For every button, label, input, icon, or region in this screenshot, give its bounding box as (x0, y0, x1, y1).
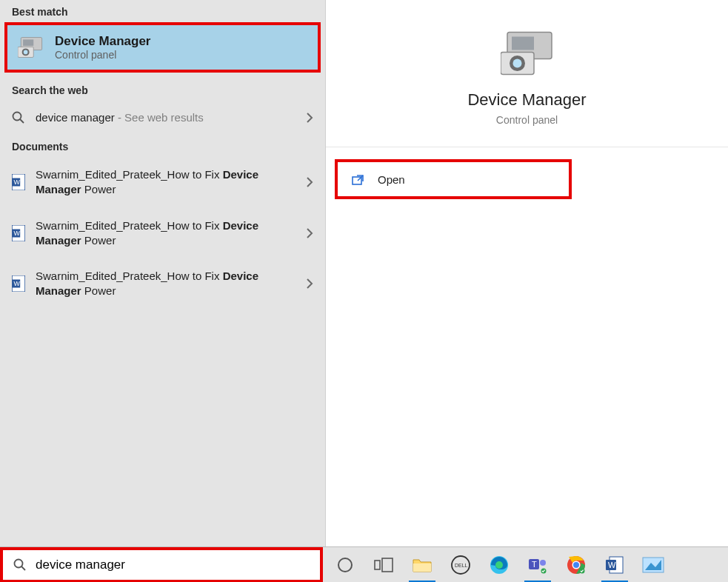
document-title: Swarnim_Edited_Prateek_How to Fix Device… (36, 218, 295, 249)
chevron-right-icon (306, 278, 313, 290)
snipping-tool-icon[interactable] (635, 547, 671, 583)
best-match-title: Device Manager (55, 34, 150, 49)
svg-point-19 (495, 561, 503, 569)
chevron-right-icon (306, 227, 313, 239)
document-title: Swarnim_Edited_Prateek_How to Fix Device… (36, 167, 295, 198)
preview-title: Device Manager (467, 90, 586, 110)
search-icon (12, 111, 25, 124)
chevron-right-icon (306, 176, 313, 188)
document-result[interactable]: Swarnim_Edited_Prateek_How to Fix Device… (0, 157, 325, 208)
chrome-icon[interactable] (558, 547, 594, 583)
open-action[interactable]: Open (335, 159, 572, 199)
word-document-icon (12, 225, 25, 241)
open-external-icon (351, 173, 364, 186)
preview-subtitle: Control panel (496, 114, 558, 126)
svg-point-22 (540, 560, 546, 566)
device-manager-icon (18, 36, 43, 58)
best-match-subtitle: Control panel (55, 49, 150, 61)
svg-point-26 (573, 562, 579, 568)
preview-panel: Device Manager Control panel Open (326, 0, 728, 546)
device-manager-icon (501, 30, 554, 77)
document-title: Swarnim_Edited_Prateek_How to Fix Device… (36, 269, 295, 299)
documents-label: Documents (0, 135, 325, 157)
svg-rect-14 (382, 558, 393, 572)
svg-point-12 (338, 558, 352, 572)
search-results-panel: Best match Device Manager Control panel … (0, 0, 326, 546)
web-search-result[interactable]: device manager - See web results (0, 101, 325, 135)
taskbar-search[interactable] (0, 547, 323, 583)
search-input[interactable] (36, 558, 310, 572)
document-result[interactable]: Swarnim_Edited_Prateek_How to Fix Device… (0, 208, 325, 259)
svg-rect-13 (375, 561, 380, 569)
search-icon (13, 558, 27, 572)
search-web-label: Search the web (0, 78, 325, 101)
edge-icon[interactable] (481, 547, 517, 583)
cortana-icon[interactable] (327, 547, 363, 583)
document-result[interactable]: Swarnim_Edited_Prateek_How to Fix Device… (0, 258, 325, 310)
svg-text:T: T (532, 560, 537, 569)
open-label: Open (378, 173, 405, 186)
chevron-right-icon (306, 112, 313, 124)
svg-rect-15 (413, 563, 431, 572)
word-document-icon (12, 275, 25, 292)
best-match-label: Best match (0, 0, 325, 22)
best-match-result[interactable]: Device Manager Control panel (4, 22, 321, 73)
dell-icon[interactable]: DELL (443, 547, 478, 583)
web-hint-text: - See web results (115, 111, 204, 124)
task-view-icon[interactable] (366, 547, 401, 583)
taskbar: DELL T (0, 546, 728, 582)
word-document-icon (12, 174, 25, 190)
svg-text:W: W (608, 561, 616, 569)
svg-text:DELL: DELL (455, 563, 468, 568)
file-explorer-icon[interactable] (404, 547, 440, 583)
teams-icon[interactable]: T (520, 547, 555, 583)
word-icon[interactable]: W (597, 547, 632, 583)
web-query-text: device manager (36, 111, 115, 124)
